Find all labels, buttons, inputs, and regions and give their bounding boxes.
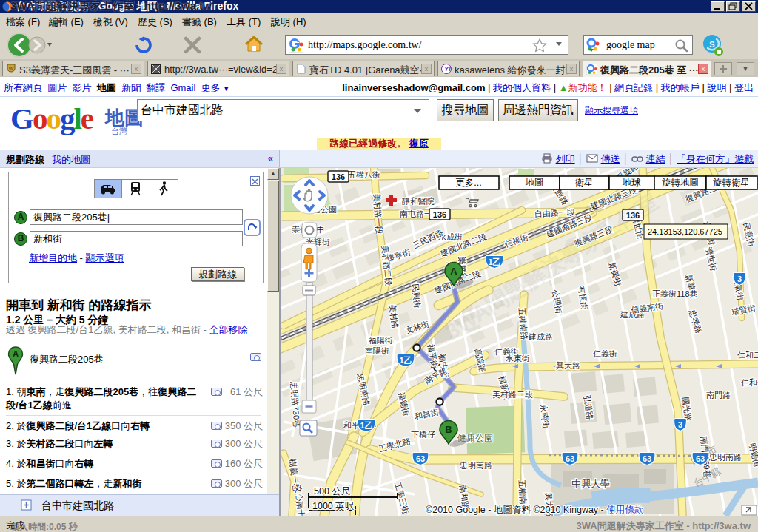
svg-text:更多...: 更多... [455,178,481,188]
svg-text:南陽街: 南陽街 [365,346,389,355]
svg-text:中興大學: 中興大學 [571,478,610,489]
svg-text:衛星: 衛星 [575,178,594,188]
svg-text:A: A [450,266,457,277]
svg-text:3: 3 [737,275,742,283]
svg-text:©2010 Google - 地圖資料 ©2010 King: ©2010 Google - 地圖資料 ©2010 Kingway - 使用條款 [426,505,644,515]
svg-text:正義街118巷: 正義街118巷 [652,289,698,298]
svg-text:1000 英呎: 1000 英呎 [312,501,355,511]
svg-text:靜和醫院: 靜和醫院 [401,197,435,206]
svg-text:63: 63 [566,454,574,463]
svg-text:S: S [709,40,714,49]
svg-text:南門路: 南門路 [706,391,731,400]
svg-text:福陽街: 福陽街 [369,336,393,345]
svg-text:興大路: 興大路 [556,361,580,370]
svg-text:1乙: 1乙 [360,421,372,430]
svg-text:下橋仔: 下橋仔 [411,430,435,439]
svg-text:1乙: 1乙 [488,257,500,266]
svg-text:136: 136 [433,210,446,219]
svg-text:永東街: 永東街 [506,354,530,363]
svg-text:忠明南路: 忠明南路 [459,461,492,470]
svg-text:63: 63 [416,454,425,463]
svg-text:500 公尺: 500 公尺 [314,486,350,496]
svg-text:Y!: Y! [444,65,451,73]
svg-text:63: 63 [696,454,705,463]
svg-text:136: 136 [332,172,345,181]
svg-text:24.13153,120.67725: 24.13153,120.67725 [648,227,722,236]
svg-text:A: A [13,349,19,360]
svg-text:建成路: 建成路 [528,332,553,341]
svg-text:五權八街: 五權八街 [348,170,380,179]
svg-text:仁和二街: 仁和二街 [737,351,758,360]
svg-text:地圖: 地圖 [526,178,544,188]
svg-text:63: 63 [643,454,651,463]
svg-text:仁和一街: 仁和一街 [740,378,758,387]
svg-text:地球: 地球 [623,178,642,188]
svg-text:旋轉地圖: 旋轉地圖 [662,178,699,188]
svg-text:旋轉衛星: 旋轉衛星 [713,178,750,188]
svg-text:1乙: 1乙 [399,356,412,365]
svg-text:W: W [9,66,14,71]
svg-text:3: 3 [678,420,682,429]
svg-text:美村路二段: 美村路二段 [492,390,533,399]
svg-text:仁義街: 仁義街 [592,349,617,358]
svg-text:B: B [445,424,452,435]
